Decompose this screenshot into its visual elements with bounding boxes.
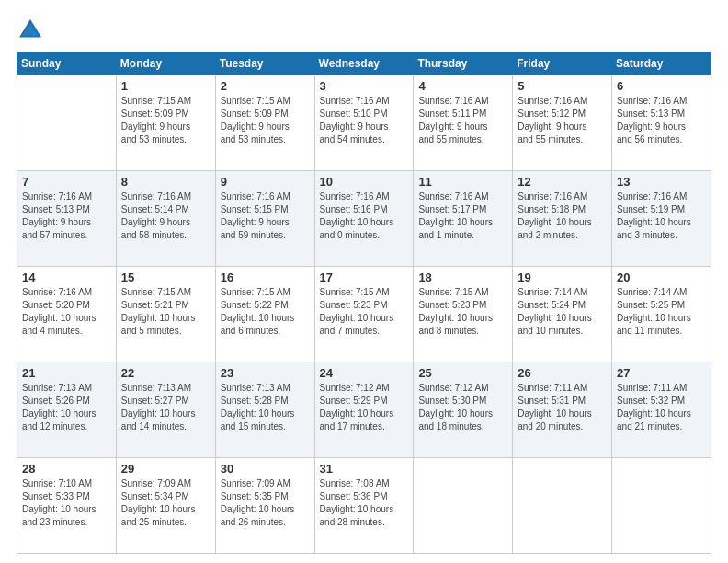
day-number: 26 — [518, 366, 607, 380]
day-number: 31 — [320, 462, 409, 476]
cell-info: Sunrise: 7:15 AM Sunset: 5:22 PM Dayligh… — [221, 286, 310, 338]
calendar-cell: 16Sunrise: 7:15 AM Sunset: 5:22 PM Dayli… — [215, 267, 314, 362]
calendar-cell: 26Sunrise: 7:11 AM Sunset: 5:31 PM Dayli… — [513, 362, 612, 458]
calendar-cell: 2Sunrise: 7:15 AM Sunset: 5:09 PM Daylig… — [215, 75, 314, 171]
day-number: 8 — [121, 175, 210, 189]
calendar-cell: 12Sunrise: 7:16 AM Sunset: 5:18 PM Dayli… — [513, 171, 612, 267]
cell-info: Sunrise: 7:15 AM Sunset: 5:09 PM Dayligh… — [121, 95, 210, 146]
cell-info: Sunrise: 7:11 AM Sunset: 5:31 PM Dayligh… — [518, 382, 607, 433]
day-number: 3 — [320, 79, 409, 93]
calendar-cell — [17, 75, 117, 171]
header — [17, 17, 711, 44]
cell-info: Sunrise: 7:08 AM Sunset: 5:36 PM Dayligh… — [320, 477, 409, 529]
day-number: 4 — [418, 79, 507, 93]
day-number: 23 — [221, 366, 310, 380]
cell-info: Sunrise: 7:09 AM Sunset: 5:34 PM Dayligh… — [121, 477, 210, 529]
calendar-cell: 25Sunrise: 7:12 AM Sunset: 5:30 PM Dayli… — [414, 362, 513, 458]
cell-info: Sunrise: 7:12 AM Sunset: 5:30 PM Dayligh… — [418, 382, 507, 433]
day-number: 6 — [617, 79, 706, 93]
calendar-cell: 31Sunrise: 7:08 AM Sunset: 5:36 PM Dayli… — [314, 458, 414, 554]
calendar-cell: 30Sunrise: 7:09 AM Sunset: 5:35 PM Dayli… — [215, 458, 314, 554]
cell-info: Sunrise: 7:16 AM Sunset: 5:20 PM Dayligh… — [22, 286, 111, 338]
calendar-cell: 22Sunrise: 7:13 AM Sunset: 5:27 PM Dayli… — [116, 362, 215, 458]
cell-info: Sunrise: 7:16 AM Sunset: 5:17 PM Dayligh… — [418, 190, 507, 242]
cell-info: Sunrise: 7:10 AM Sunset: 5:33 PM Dayligh… — [22, 477, 111, 529]
calendar-cell: 4Sunrise: 7:16 AM Sunset: 5:11 PM Daylig… — [414, 75, 513, 171]
calendar-cell: 11Sunrise: 7:16 AM Sunset: 5:17 PM Dayli… — [414, 171, 513, 267]
day-number: 1 — [121, 79, 210, 93]
calendar-cell: 10Sunrise: 7:16 AM Sunset: 5:16 PM Dayli… — [314, 171, 414, 267]
cell-info: Sunrise: 7:15 AM Sunset: 5:23 PM Dayligh… — [418, 286, 507, 338]
cell-info: Sunrise: 7:15 AM Sunset: 5:23 PM Dayligh… — [320, 286, 409, 338]
calendar-header-row: SundayMondayTuesdayWednesdayThursdayFrid… — [17, 52, 711, 75]
day-number: 21 — [22, 366, 111, 380]
calendar-header-thursday: Thursday — [414, 52, 513, 75]
calendar-header-wednesday: Wednesday — [314, 52, 414, 75]
cell-info: Sunrise: 7:16 AM Sunset: 5:11 PM Dayligh… — [418, 95, 507, 146]
day-number: 29 — [121, 462, 210, 476]
cell-info: Sunrise: 7:16 AM Sunset: 5:13 PM Dayligh… — [617, 95, 706, 146]
day-number: 22 — [121, 366, 210, 380]
cell-info: Sunrise: 7:11 AM Sunset: 5:32 PM Dayligh… — [617, 382, 706, 433]
cell-info: Sunrise: 7:15 AM Sunset: 5:21 PM Dayligh… — [121, 286, 210, 338]
calendar-cell: 18Sunrise: 7:15 AM Sunset: 5:23 PM Dayli… — [414, 267, 513, 362]
calendar-cell: 3Sunrise: 7:16 AM Sunset: 5:10 PM Daylig… — [314, 75, 414, 171]
calendar-week-row: 1Sunrise: 7:15 AM Sunset: 5:09 PM Daylig… — [17, 75, 711, 171]
calendar-cell: 27Sunrise: 7:11 AM Sunset: 5:32 PM Dayli… — [612, 362, 711, 458]
calendar-cell — [612, 458, 711, 554]
day-number: 15 — [121, 270, 210, 284]
calendar-cell: 14Sunrise: 7:16 AM Sunset: 5:20 PM Dayli… — [17, 267, 117, 362]
calendar-header-saturday: Saturday — [612, 52, 711, 75]
calendar-cell: 8Sunrise: 7:16 AM Sunset: 5:14 PM Daylig… — [116, 171, 215, 267]
day-number: 7 — [22, 175, 111, 189]
cell-info: Sunrise: 7:16 AM Sunset: 5:14 PM Dayligh… — [121, 190, 210, 242]
day-number: 13 — [617, 175, 706, 189]
cell-info: Sunrise: 7:15 AM Sunset: 5:09 PM Dayligh… — [221, 95, 310, 146]
cell-info: Sunrise: 7:13 AM Sunset: 5:26 PM Dayligh… — [22, 382, 111, 433]
day-number: 18 — [418, 270, 507, 284]
calendar-cell — [414, 458, 513, 554]
logo-icon — [17, 17, 44, 44]
cell-info: Sunrise: 7:16 AM Sunset: 5:12 PM Dayligh… — [518, 95, 607, 146]
calendar-cell: 15Sunrise: 7:15 AM Sunset: 5:21 PM Dayli… — [116, 267, 215, 362]
cell-info: Sunrise: 7:16 AM Sunset: 5:15 PM Dayligh… — [221, 190, 310, 242]
day-number: 12 — [518, 175, 607, 189]
day-number: 16 — [221, 270, 310, 284]
calendar-table: SundayMondayTuesdayWednesdayThursdayFrid… — [17, 52, 711, 554]
calendar-cell: 5Sunrise: 7:16 AM Sunset: 5:12 PM Daylig… — [513, 75, 612, 171]
day-number: 25 — [418, 366, 507, 380]
calendar-cell: 21Sunrise: 7:13 AM Sunset: 5:26 PM Dayli… — [17, 362, 117, 458]
calendar-cell: 19Sunrise: 7:14 AM Sunset: 5:24 PM Dayli… — [513, 267, 612, 362]
calendar-cell: 6Sunrise: 7:16 AM Sunset: 5:13 PM Daylig… — [612, 75, 711, 171]
day-number: 30 — [221, 462, 310, 476]
calendar-cell: 13Sunrise: 7:16 AM Sunset: 5:19 PM Dayli… — [612, 171, 711, 267]
calendar-week-row: 14Sunrise: 7:16 AM Sunset: 5:20 PM Dayli… — [17, 267, 711, 362]
day-number: 19 — [518, 270, 607, 284]
calendar-cell: 9Sunrise: 7:16 AM Sunset: 5:15 PM Daylig… — [215, 171, 314, 267]
cell-info: Sunrise: 7:16 AM Sunset: 5:16 PM Dayligh… — [320, 190, 409, 242]
cell-info: Sunrise: 7:16 AM Sunset: 5:10 PM Dayligh… — [320, 95, 409, 146]
day-number: 2 — [221, 79, 310, 93]
cell-info: Sunrise: 7:13 AM Sunset: 5:28 PM Dayligh… — [221, 382, 310, 433]
cell-info: Sunrise: 7:12 AM Sunset: 5:29 PM Dayligh… — [320, 382, 409, 433]
calendar-cell: 29Sunrise: 7:09 AM Sunset: 5:34 PM Dayli… — [116, 458, 215, 554]
logo — [17, 17, 48, 44]
calendar-header-monday: Monday — [116, 52, 215, 75]
day-number: 11 — [418, 175, 507, 189]
calendar-week-row: 21Sunrise: 7:13 AM Sunset: 5:26 PM Dayli… — [17, 362, 711, 458]
cell-info: Sunrise: 7:16 AM Sunset: 5:18 PM Dayligh… — [518, 190, 607, 242]
calendar-cell: 1Sunrise: 7:15 AM Sunset: 5:09 PM Daylig… — [116, 75, 215, 171]
calendar-cell: 20Sunrise: 7:14 AM Sunset: 5:25 PM Dayli… — [612, 267, 711, 362]
cell-info: Sunrise: 7:16 AM Sunset: 5:13 PM Dayligh… — [22, 190, 111, 242]
calendar-cell: 7Sunrise: 7:16 AM Sunset: 5:13 PM Daylig… — [17, 171, 117, 267]
calendar-week-row: 28Sunrise: 7:10 AM Sunset: 5:33 PM Dayli… — [17, 458, 711, 554]
calendar-cell: 28Sunrise: 7:10 AM Sunset: 5:33 PM Dayli… — [17, 458, 117, 554]
day-number: 14 — [22, 270, 111, 284]
calendar-cell: 24Sunrise: 7:12 AM Sunset: 5:29 PM Dayli… — [314, 362, 414, 458]
calendar-header-friday: Friday — [513, 52, 612, 75]
day-number: 17 — [320, 270, 409, 284]
day-number: 28 — [22, 462, 111, 476]
calendar-cell: 23Sunrise: 7:13 AM Sunset: 5:28 PM Dayli… — [215, 362, 314, 458]
day-number: 24 — [320, 366, 409, 380]
day-number: 10 — [320, 175, 409, 189]
